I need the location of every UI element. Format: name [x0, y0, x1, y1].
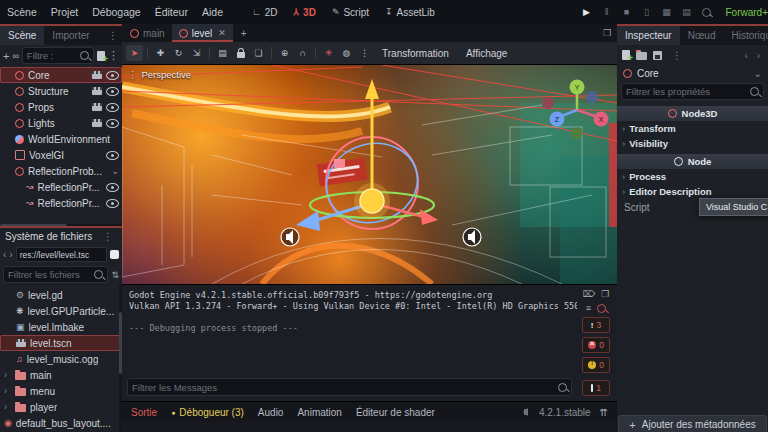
local-space-toggle[interactable]: ⊕	[276, 45, 293, 61]
scene-dock-tab-scène[interactable]: Scène	[0, 26, 44, 45]
clear-output-button[interactable]: ⌦	[583, 289, 596, 299]
magnify-button[interactable]	[697, 4, 715, 20]
rotate-tool[interactable]: ↻	[170, 45, 187, 61]
save-resource-button[interactable]	[653, 51, 662, 60]
menu-débogage[interactable]: Débogage	[85, 6, 147, 18]
mute-audio-icon[interactable]	[519, 408, 528, 416]
resource-menu-icon[interactable]: ⋮	[668, 50, 686, 61]
scene-tab-main[interactable]: main	[123, 24, 172, 42]
menu-projet[interactable]: Projet	[44, 6, 85, 18]
list-select-tool[interactable]: ▤	[214, 45, 231, 61]
errors-counter[interactable]: 0	[582, 337, 610, 353]
scene-open-icon[interactable]	[92, 87, 102, 95]
scene-dock-tab-importer[interactable]: Importer	[44, 26, 97, 45]
chevron-right-icon[interactable]: ›	[4, 386, 11, 396]
renderer-label[interactable]: Forward+	[725, 7, 768, 18]
close-icon[interactable]: ✕	[218, 28, 226, 38]
expand-bottom-panel-icon[interactable]: ⇈	[600, 407, 608, 418]
property-group[interactable]: ›Transform	[617, 121, 768, 136]
file-filter-input[interactable]: Filtrer les fichiers	[3, 266, 108, 283]
current-path-field[interactable]: res://level/level.tsc	[16, 247, 107, 262]
history-nav-icons[interactable]: ‹ ›	[745, 50, 763, 61]
bottom-tab-audio[interactable]: Audio	[258, 407, 284, 418]
viewport-menu-affichage[interactable]: Affichage	[458, 48, 516, 59]
inspector-tab-nœud[interactable]: Nœud	[680, 26, 724, 45]
viewport-menu-transformation[interactable]: Transformation	[374, 48, 457, 59]
preview-sun-toggle[interactable]: ✳	[320, 45, 337, 61]
scene-tree-row[interactable]: ↝ReflectionPr...	[0, 195, 122, 211]
new-resource-button[interactable]	[622, 50, 630, 60]
file-row[interactable]: ›player	[0, 399, 122, 415]
stop-button[interactable]: ■	[617, 4, 635, 20]
movie-maker-button[interactable]: ▦	[657, 4, 675, 20]
bottom-tab-animation[interactable]: Animation	[297, 407, 341, 418]
preview-environment-toggle[interactable]: ◍	[338, 45, 355, 61]
add-node-button[interactable]: +	[3, 50, 9, 62]
scene-dock-menu-icon[interactable]: ⋮	[104, 26, 122, 45]
scene-tree-row[interactable]: Props	[0, 99, 122, 115]
property-group[interactable]: ›Process	[617, 169, 768, 184]
scene-open-icon[interactable]	[92, 103, 102, 111]
scene-tree-row[interactable]: VoxelGI	[0, 147, 122, 163]
info-counter[interactable]: 1	[582, 380, 610, 396]
message-filter-input[interactable]: Filtrer les Messages	[127, 378, 572, 396]
scene-tree-row[interactable]: Core	[0, 67, 122, 83]
eye-icon[interactable]	[106, 87, 119, 96]
3d-viewport[interactable]: ⋮ Perspective	[122, 65, 617, 284]
bottom-tab-sortie[interactable]: Sortie	[131, 407, 157, 418]
eye-icon[interactable]	[106, 103, 119, 112]
inspector-tab-historique[interactable]: Historique	[724, 26, 768, 45]
pause-button[interactable]: ‖	[597, 4, 615, 20]
collapse-messages-button[interactable]: ≡	[586, 303, 591, 313]
property-group[interactable]: ›Visibility	[617, 136, 768, 151]
file-row[interactable]: ❋level.GPUParticle...	[0, 303, 122, 319]
search-messages-icon[interactable]	[597, 304, 606, 313]
bottom-tab-d-bogueur-3-[interactable]: Débogueur (3)	[171, 407, 244, 418]
file-row[interactable]: level.tscn	[0, 335, 122, 351]
scene-open-icon[interactable]	[92, 119, 102, 127]
nav-forward-button[interactable]: ›	[9, 249, 12, 260]
scene-tree-menu-icon[interactable]: ⋮	[108, 49, 119, 62]
menu-éditeur[interactable]: Éditeur	[148, 6, 195, 18]
scene-tree-row[interactable]: WorldEnvironment	[0, 131, 122, 147]
bottom-tab--diteur-de-shader[interactable]: Éditeur de shader	[356, 407, 435, 418]
file-row[interactable]: ◉default_bus_layout....	[0, 415, 122, 431]
messages-counter[interactable]: !3	[582, 317, 610, 333]
new-scene-tab-button[interactable]: +	[233, 24, 255, 42]
play-button[interactable]: ▶	[577, 4, 595, 20]
file-row[interactable]: ⚙level.gd	[0, 287, 122, 303]
file-row[interactable]: ›menu	[0, 383, 122, 399]
scene-open-icon[interactable]	[92, 71, 102, 79]
file-sort-icon[interactable]: ⇅	[111, 270, 119, 280]
favorite-toggle-icon[interactable]	[110, 250, 119, 259]
eye-icon[interactable]	[106, 151, 119, 160]
menu-aide[interactable]: Aide	[195, 6, 230, 18]
instance-scene-button[interactable]: ∞	[12, 51, 18, 61]
lock-button[interactable]	[232, 45, 249, 61]
eye-icon[interactable]	[106, 183, 119, 192]
eye-icon[interactable]	[106, 71, 119, 80]
mode-button-2d[interactable]: ∟2D	[244, 0, 286, 24]
property-filter-input[interactable]: Filtrer les propriétés	[621, 83, 764, 100]
expand-viewport-icon[interactable]: ❒	[597, 24, 617, 42]
file-row[interactable]: ♫level_music.ogg	[0, 351, 122, 367]
mode-button-script[interactable]: ✎Script	[324, 0, 377, 24]
chevron-right-icon[interactable]: ›	[4, 402, 11, 412]
run-scene-button[interactable]: ▤	[677, 4, 695, 20]
file-row[interactable]: ›main	[0, 367, 122, 383]
add-metadata-button[interactable]: + Ajouter des métadonnées	[618, 415, 766, 432]
nav-back-button[interactable]: ‹	[3, 249, 6, 260]
mode-button-assetlib[interactable]: ↧AssetLib	[377, 0, 443, 24]
edited-node-row[interactable]: Core ⌄	[617, 65, 768, 82]
chevron-down-icon[interactable]: ⌄	[111, 166, 119, 176]
scale-tool[interactable]: ⇲	[188, 45, 205, 61]
chevron-right-icon[interactable]: ›	[4, 370, 11, 380]
attach-script-button[interactable]	[97, 51, 105, 61]
property-group[interactable]: ›Editor Description	[617, 184, 768, 199]
mode-button-3d[interactable]: ⅄3D	[286, 0, 324, 24]
remote-debug-button[interactable]: ▯	[637, 4, 655, 20]
scene-tree-row[interactable]: ReflectionProb...⌄	[0, 163, 122, 179]
file-row[interactable]: ▣level.lmbake	[0, 319, 122, 335]
scene-tab-level[interactable]: level✕	[172, 24, 233, 42]
inspector-tab-inspecteur[interactable]: Inspecteur	[617, 26, 680, 45]
